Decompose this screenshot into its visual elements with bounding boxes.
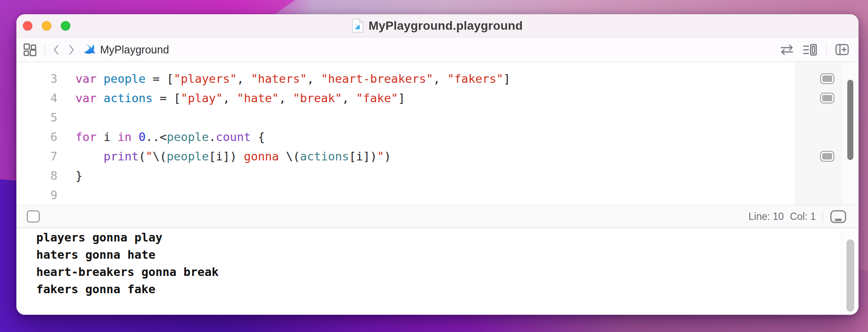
line-number: 3 — [16, 69, 57, 88]
code-line: 3var people = ["players", "haters", "hea… — [16, 69, 796, 88]
back-button[interactable] — [53, 44, 60, 56]
sync-arrows-icon — [780, 44, 794, 56]
grid-icon — [23, 43, 37, 56]
playgrounds-grid-button[interactable] — [23, 43, 37, 56]
code-line: 6for i in 0..<people.count { — [16, 127, 796, 147]
editor-scrollbar-thumb[interactable] — [847, 80, 853, 160]
status-bar: Line: 10 Col: 1 — [16, 205, 859, 228]
swift-bird-icon — [83, 43, 96, 56]
add-editor-icon — [835, 44, 849, 56]
window-title: MyPlayground.playground — [368, 19, 523, 33]
line-number: 5 — [16, 108, 57, 127]
console-output: players gonna playhaters gonna hateheart… — [16, 228, 859, 315]
line-indicator: Line: 10 — [748, 211, 784, 222]
console-lines: players gonna playhaters gonna hateheart… — [36, 229, 833, 298]
show-result-button[interactable] — [820, 151, 834, 162]
code-text — [57, 185, 75, 205]
line-number: 9 — [16, 185, 57, 205]
playground-window: MyPlayground.playground — [16, 14, 859, 315]
bottom-panel-icon — [830, 210, 846, 223]
breadcrumb[interactable]: MyPlayground — [83, 43, 169, 56]
toolbar: MyPlayground — [16, 38, 859, 62]
breakpoint-checkbox[interactable] — [27, 210, 40, 222]
back-chevron-icon — [53, 44, 60, 56]
add-editor-button[interactable] — [835, 44, 849, 56]
cursor-position: Line: 10 Col: 1 — [748, 211, 816, 222]
line-number: 8 — [16, 166, 57, 185]
line-number: 6 — [16, 127, 57, 147]
console-scrollbar-thumb[interactable] — [846, 239, 854, 312]
forward-button[interactable] — [68, 44, 75, 56]
code-text: var actions = ["play", "hate", "break", … — [57, 88, 405, 108]
show-result-button[interactable] — [820, 73, 834, 84]
code-line: 7 print("\(people[i]) gonna \(actions[i]… — [16, 147, 796, 166]
editor-options-button[interactable] — [803, 44, 818, 56]
code-lines: 3var people = ["players", "haters", "hea… — [16, 69, 796, 205]
toolbar-separator — [826, 44, 827, 56]
code-editor[interactable]: 3var people = ["players", "haters", "hea… — [16, 62, 796, 205]
toolbar-separator — [44, 44, 45, 56]
code-text — [57, 108, 75, 127]
line-number: 7 — [16, 147, 57, 166]
column-indicator: Col: 1 — [790, 211, 816, 222]
console-line: players gonna play — [36, 229, 833, 246]
forward-chevron-icon — [68, 44, 75, 56]
code-line: 9 — [16, 185, 796, 205]
editor-pane: 3var people = ["players", "haters", "hea… — [16, 62, 859, 205]
results-gutter — [796, 62, 841, 205]
code-text: print("\(people[i]) gonna \(actions[i])"… — [57, 147, 391, 166]
editor-options-icon — [803, 44, 818, 56]
toggle-console-button[interactable] — [830, 210, 846, 223]
console-line: haters gonna hate — [36, 246, 833, 263]
status-separator — [823, 211, 823, 222]
console-line: heart-breakers gonna break — [36, 263, 833, 281]
line-number: 4 — [16, 88, 57, 108]
run-destination-button[interactable] — [780, 44, 794, 56]
breadcrumb-label: MyPlayground — [100, 44, 169, 56]
playground-document-icon — [352, 19, 364, 33]
code-text: for i in 0..<people.count { — [57, 127, 265, 147]
code-line: 5 — [16, 108, 796, 127]
code-line: 4var actions = ["play", "hate", "break",… — [16, 88, 796, 108]
editor-scrollbar-track[interactable] — [841, 62, 859, 205]
code-text: } — [57, 166, 82, 185]
show-result-button[interactable] — [820, 93, 834, 103]
code-line: 8} — [16, 166, 796, 185]
code-text: var people = ["players", "haters", "hear… — [57, 69, 510, 88]
title-bar: MyPlayground.playground — [16, 14, 859, 38]
console-line: fakers gonna fake — [36, 281, 833, 298]
console-scrollbar-track[interactable] — [841, 228, 859, 315]
